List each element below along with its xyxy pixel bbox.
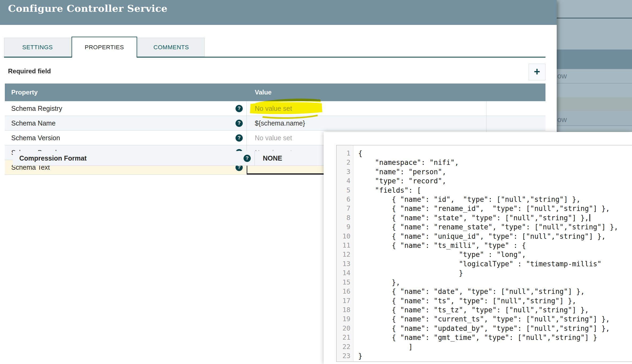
property-value-cell[interactable]: ${schema.name} (247, 116, 487, 130)
code-line: { "name": "state", "type": ["null","stri… (358, 213, 632, 222)
line-number: 1 (336, 149, 353, 158)
code-line: { "name": "gmt_time", "type": ["null","s… (358, 333, 632, 342)
code-line: "fields": [ (358, 186, 632, 195)
tab-properties[interactable]: PROPERTIES (72, 37, 137, 58)
help-icon[interactable]: ? (235, 120, 243, 127)
code-line: { "name": "ts_tz", "type": ["null","stri… (358, 305, 632, 314)
property-name-cell: Schema Registry? (5, 101, 247, 116)
background-table-row (557, 84, 632, 97)
code-line: ] (358, 342, 632, 351)
code-editor[interactable]: 1234567891011121314151617181920212223 { … (336, 145, 632, 362)
line-number: 4 (336, 176, 353, 185)
line-number: 9 (336, 222, 353, 232)
page: ow ow Configure Controller Service SETTI… (0, 0, 632, 364)
code-line: { "name": "ts", "type": ["null","string"… (358, 296, 632, 305)
line-number: 7 (336, 204, 353, 213)
code-line: "logicalType" : "timestamp-millis" (358, 259, 632, 268)
row-actions-cell (487, 116, 545, 130)
help-icon[interactable]: ? (235, 134, 243, 142)
column-header-value: Value (247, 89, 487, 96)
column-header-property: Property (5, 89, 247, 96)
line-number-gutter: 1234567891011121314151617181920212223 (336, 145, 353, 362)
schema-text-editor-popup: 1234567891011121314151617181920212223 { … (324, 132, 632, 364)
code-line: { "name": "date", "type": ["null","strin… (358, 287, 632, 296)
tab-settings[interactable]: SETTINGS (4, 38, 71, 57)
row-actions-cell (487, 101, 545, 116)
required-field-label: Required field (8, 67, 51, 75)
property-name-cell: Schema Version? (5, 131, 247, 145)
code-line: { "name": "rename_state", "type": ["null… (358, 222, 632, 232)
code-line: "type": "record", (358, 176, 632, 185)
background-table-row (557, 111, 632, 125)
dialog-title: Configure Controller Service (8, 3, 167, 14)
help-icon[interactable]: ? (244, 155, 251, 162)
code-line: { "name": "id", "type": ["null","string"… (358, 195, 632, 204)
line-number: 6 (336, 195, 353, 204)
line-number: 12 (336, 250, 353, 259)
code-line: { "name": "current_ts", "type": ["null",… (358, 314, 632, 324)
property-row: Schema Registry?No value set (5, 101, 545, 116)
property-value-cell[interactable]: No value set (247, 101, 487, 116)
property-name: Compression Format (19, 154, 87, 162)
line-number: 18 (336, 305, 353, 314)
line-number: 11 (336, 241, 353, 250)
dialog-titlebar: Configure Controller Service (0, 0, 557, 25)
code-line: } (358, 268, 632, 278)
line-number: 16 (336, 287, 353, 296)
line-number: 8 (336, 213, 353, 222)
property-name: Schema Version (11, 134, 60, 142)
code-area[interactable]: { "namespace": "nifi", "name": "person",… (353, 145, 632, 362)
line-number: 23 (336, 351, 353, 361)
line-number: 14 (336, 268, 353, 278)
background-clipped-text: ow (557, 115, 567, 124)
help-icon[interactable]: ? (235, 105, 243, 112)
tab-comments[interactable]: COMMENTS (138, 38, 205, 57)
code-line: { (358, 149, 632, 158)
code-line: { "name": "updated_by", "type": ["null",… (358, 324, 632, 333)
line-number: 2 (336, 158, 353, 167)
plus-icon: + (534, 66, 540, 77)
property-name: Schema Name (11, 119, 55, 127)
property-row: Schema Name?${schema.name} (5, 116, 545, 131)
code-line: { "name": "rename_id", "type": ["null","… (358, 204, 632, 213)
background-clipped-text: ow (557, 72, 567, 80)
background-table-row (557, 69, 632, 83)
line-number: 21 (336, 333, 353, 342)
add-property-button[interactable]: + (529, 64, 545, 80)
property-name-cell: Compression Format? (13, 151, 255, 165)
table-header: Property Value (5, 84, 545, 101)
code-line: { "name": "ts_milli", "type" : { (358, 241, 632, 250)
line-number: 17 (336, 296, 353, 305)
line-number: 3 (336, 167, 353, 176)
line-number: 19 (336, 314, 353, 324)
text-cursor (589, 214, 590, 221)
code-line: "name": "person", (358, 167, 632, 176)
code-line: "type" : "long", (358, 250, 632, 259)
tab-bar: SETTINGS PROPERTIES COMMENTS (4, 37, 545, 58)
property-name: Schema Registry (11, 105, 62, 112)
background-table-row (557, 97, 632, 111)
background-divider (557, 18, 632, 18)
line-number: 10 (336, 232, 353, 241)
line-number: 13 (336, 259, 353, 268)
code-line: }, (358, 278, 632, 287)
line-number: 20 (336, 324, 353, 333)
property-name-cell: Schema Name? (5, 116, 247, 130)
line-number: 15 (336, 278, 353, 287)
code-line: "namespace": "nifi", (358, 158, 632, 167)
line-number: 22 (336, 342, 353, 351)
line-number: 5 (336, 186, 353, 195)
code-line: { "name": "unique_id", "type": ["null","… (358, 232, 632, 241)
background-table-header (557, 50, 632, 69)
code-line: } (358, 351, 632, 361)
